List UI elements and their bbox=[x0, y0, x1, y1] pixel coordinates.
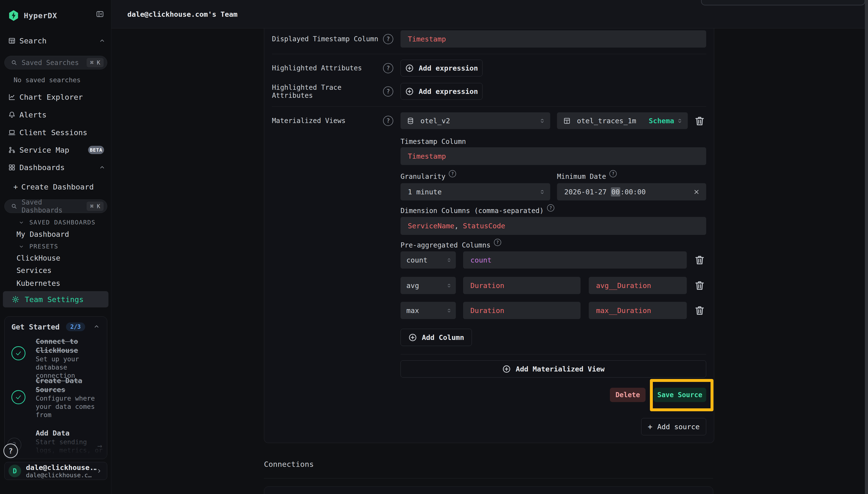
saved-dashboards-input[interactable]: Saved Dashboards ⌘ K bbox=[4, 200, 107, 213]
dimension-columns-input[interactable]: ServiceName, StatusCode bbox=[401, 217, 706, 235]
delete-column-trash-icon[interactable] bbox=[694, 254, 705, 265]
sidebar-item-dashboards[interactable]: Dashboards bbox=[0, 159, 111, 176]
database-icon bbox=[407, 117, 414, 125]
step-title[interactable]: Add Data bbox=[36, 429, 106, 438]
progress-badge: 2/3 bbox=[66, 322, 85, 331]
sidebar-item-label: Search bbox=[19, 36, 46, 45]
hyperdx-logo-icon bbox=[8, 10, 19, 21]
arrow-right-icon[interactable]: → bbox=[97, 441, 102, 451]
presets-section[interactable]: PRESETS bbox=[19, 243, 58, 250]
select-chevrons-icon bbox=[677, 117, 682, 125]
chevron-up-icon[interactable] bbox=[93, 323, 100, 330]
sidebar-item-my-dashboard[interactable]: My Dashboard bbox=[17, 230, 69, 239]
timestamp-column-input[interactable]: Timestamp bbox=[401, 147, 706, 165]
aggregation-fn-select[interactable]: max bbox=[401, 302, 456, 319]
add-column-button[interactable]: Add Column bbox=[401, 329, 472, 346]
minimum-date-input[interactable]: 2026-01-27 00:00:00 bbox=[557, 183, 706, 201]
aggregation-expr-input[interactable]: Duration bbox=[463, 302, 580, 319]
database-select[interactable]: otel_v2 bbox=[401, 112, 550, 129]
add-expression-button[interactable]: Add expression bbox=[401, 60, 483, 76]
sidebar-item-search[interactable]: Search bbox=[0, 32, 111, 50]
select-chevrons-icon bbox=[447, 257, 452, 264]
sidebar-item-team-settings[interactable]: Team Settings bbox=[3, 291, 109, 307]
select-chevrons-icon bbox=[540, 117, 545, 125]
timestamp-column-label: Timestamp Column bbox=[401, 137, 466, 146]
highlighted-trace-attributes-label: Highlighted Trace Attributes bbox=[272, 83, 383, 99]
displayed-timestamp-input[interactable]: Timestamp bbox=[401, 30, 706, 48]
save-source-button[interactable]: Save Source bbox=[654, 388, 706, 402]
saved-dashboards-section[interactable]: SAVED DASHBOARDS bbox=[19, 219, 96, 226]
aggregation-alias-input[interactable]: max__Duration bbox=[589, 302, 687, 319]
main-content: Displayed Timestamp Column ? Timestamp H… bbox=[111, 28, 868, 494]
sidebar-item-label: Dashboards bbox=[19, 163, 65, 172]
step-title[interactable]: Connect to ClickHouse bbox=[36, 337, 106, 355]
add-source-button[interactable]: + Add source bbox=[641, 418, 706, 435]
help-icon[interactable]: ? bbox=[610, 170, 617, 177]
chevron-up-icon[interactable] bbox=[99, 38, 105, 44]
help-icon[interactable]: ? bbox=[383, 116, 393, 126]
get-started-header[interactable]: Get Started 2/3 bbox=[12, 322, 85, 331]
beta-badge: BETA bbox=[88, 146, 104, 154]
delete-column-trash-icon[interactable] bbox=[694, 280, 705, 291]
aggregation-expr-input[interactable]: Duration bbox=[463, 277, 580, 294]
help-icon[interactable]: ? bbox=[383, 34, 393, 44]
clear-date-icon[interactable] bbox=[693, 189, 700, 195]
help-button[interactable]: ? bbox=[3, 443, 18, 458]
help-icon[interactable]: ? bbox=[494, 239, 501, 246]
granularity-select[interactable]: 1 minute bbox=[401, 183, 550, 201]
schema-link[interactable]: Schema bbox=[649, 117, 674, 125]
search-icon bbox=[11, 59, 17, 66]
delete-view-trash-icon[interactable] bbox=[694, 115, 705, 127]
search-icon bbox=[11, 203, 17, 209]
aggregation-fn-select[interactable]: count bbox=[401, 251, 456, 269]
sidebar-item-client-sessions[interactable]: Client Sessions bbox=[0, 124, 111, 141]
dashboards-icon bbox=[8, 164, 16, 171]
chart-explorer-icon bbox=[8, 93, 16, 101]
sidebar-item-alerts[interactable]: Alerts bbox=[0, 106, 111, 124]
add-expression-button[interactable]: Add expression bbox=[401, 83, 483, 100]
help-icon[interactable]: ? bbox=[383, 87, 393, 97]
sidebar-item-label: Alerts bbox=[19, 110, 46, 119]
get-started-panel: Get Started 2/3 Connect to ClickHouse Se… bbox=[4, 317, 107, 459]
get-started-title: Get Started bbox=[12, 323, 60, 331]
sidebar-item-kubernetes[interactable]: Kubernetes bbox=[17, 279, 60, 287]
create-dashboard-button[interactable]: + Create Dashboard bbox=[0, 178, 111, 195]
chevron-up-icon[interactable] bbox=[99, 164, 105, 171]
aggregation-alias-input[interactable]: avg__Duration bbox=[589, 277, 687, 294]
delete-button[interactable]: Delete bbox=[610, 388, 645, 402]
chevron-down-icon bbox=[19, 220, 24, 225]
laptop-icon bbox=[8, 129, 16, 136]
sidebar-item-clickhouse[interactable]: ClickHouse bbox=[17, 254, 60, 262]
help-icon[interactable]: ? bbox=[383, 63, 393, 73]
connections-card bbox=[264, 487, 713, 494]
help-icon[interactable]: ? bbox=[547, 204, 554, 212]
gear-icon bbox=[12, 296, 19, 303]
aggregation-fn-select[interactable]: avg bbox=[401, 277, 456, 294]
chevron-down-icon bbox=[19, 244, 24, 249]
saved-searches-input[interactable]: Saved Searches ⌘ K bbox=[4, 56, 107, 70]
delete-column-trash-icon[interactable] bbox=[694, 305, 705, 316]
search-placeholder: Saved Searches bbox=[22, 59, 86, 67]
connections-heading: Connections bbox=[264, 460, 314, 469]
sidebar-collapse-icon[interactable] bbox=[96, 10, 104, 18]
search-placeholder: Saved Dashboards bbox=[22, 198, 86, 214]
create-dashboard-label: Create Dashboard bbox=[21, 183, 94, 191]
plus-circle-icon bbox=[408, 333, 417, 342]
add-materialized-view-button[interactable]: Add Materialized View bbox=[401, 360, 706, 378]
user-menu[interactable]: D dale@clickhouse.… dale@clickhouse.c… bbox=[4, 462, 107, 480]
aggregation-expr-input[interactable]: count bbox=[463, 251, 687, 269]
plus-circle-icon bbox=[405, 64, 414, 73]
sidebar-item-services[interactable]: Services bbox=[17, 266, 52, 275]
step-title[interactable]: Create Data Sources bbox=[36, 376, 106, 394]
step-complete-icon bbox=[12, 390, 25, 404]
brand-title: HyperDX bbox=[24, 11, 57, 20]
scrollbar[interactable] bbox=[865, 0, 868, 494]
service-map-icon bbox=[8, 146, 16, 154]
team-settings-label: Team Settings bbox=[25, 295, 84, 304]
sidebar-item-chart-explorer[interactable]: Chart Explorer bbox=[0, 88, 111, 106]
table-select[interactable]: otel_traces_1m Schema bbox=[557, 112, 688, 129]
plus-circle-icon bbox=[502, 365, 511, 374]
database-value: otel_v2 bbox=[420, 117, 450, 125]
source-settings-card: Displayed Timestamp Column ? Timestamp H… bbox=[264, 28, 714, 443]
help-icon[interactable]: ? bbox=[449, 170, 456, 177]
